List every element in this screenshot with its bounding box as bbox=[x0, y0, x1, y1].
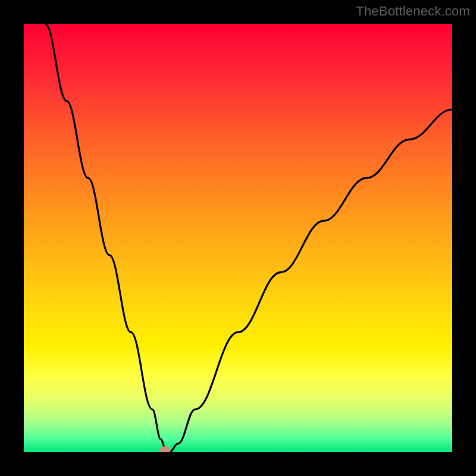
marker-dot bbox=[160, 446, 171, 452]
chart-container: TheBottleneck.com bbox=[0, 0, 476, 476]
watermark-text: TheBottleneck.com bbox=[356, 4, 470, 19]
plot-area bbox=[24, 24, 452, 452]
curve-svg bbox=[24, 24, 452, 452]
main-curve bbox=[45, 24, 452, 452]
